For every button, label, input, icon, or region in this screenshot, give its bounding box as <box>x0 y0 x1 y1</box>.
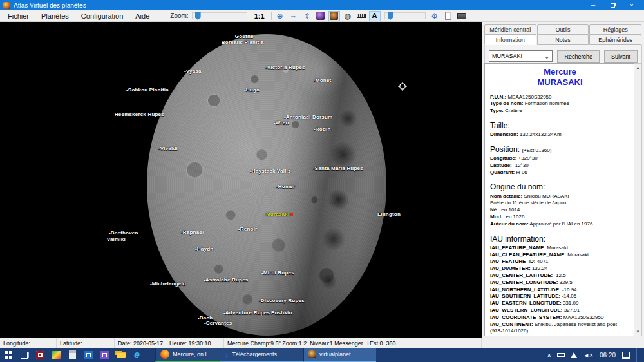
map-label[interactable]: -Victoria Rupes <box>265 64 305 70</box>
menu-item[interactable]: Planètes <box>36 12 74 20</box>
tab-outils[interactable]: Outils <box>537 24 589 35</box>
tab-reglages[interactable]: Réglages <box>589 24 641 35</box>
calculator-icon[interactable] <box>64 348 80 362</box>
planet-map[interactable]: -Goethe -Borealis Planitia -Victoria Rup… <box>0 22 482 338</box>
section-heading: Origine du nom: <box>490 182 630 192</box>
tab-information[interactable]: Information <box>484 35 536 45</box>
minimize-button[interactable]: ─ <box>583 0 603 10</box>
menu-item[interactable]: Configuration <box>76 12 128 20</box>
taskbar-app-buttons: Mercure, on lâche pa... ↓ Téléchargement… <box>155 348 376 362</box>
map-label[interactable]: -Renoir <box>238 226 257 232</box>
map-label[interactable]: -Beethoven <box>109 230 138 236</box>
capture-image-icon[interactable] <box>456 11 468 21</box>
zoom-slider-thumb[interactable] <box>195 12 201 20</box>
menu-item[interactable]: Aide <box>130 12 155 20</box>
info-line: IAU_COORDINATE_SYSTEM: MAA1250S32950 <box>490 314 630 321</box>
map-label[interactable]: -Borealis Planitia <box>220 39 264 45</box>
zoom-slider[interactable] <box>192 12 247 19</box>
map-label[interactable]: -Discovery Rupes <box>259 298 305 303</box>
info-line: IAU_EASTERN_LONGITUDE: 331.09 <box>490 300 630 307</box>
planet-mercury[interactable] <box>147 34 386 336</box>
flip-vertical-icon[interactable]: ⇕ <box>301 11 313 21</box>
info-scrollbar[interactable]: ▴ ▾ <box>634 63 642 336</box>
tab-ephemerides[interactable]: Ephémérides <box>589 35 641 45</box>
battery-icon[interactable] <box>557 353 565 357</box>
tray-icons: ∧ ◄× <box>547 352 593 359</box>
settings-gear-icon[interactable]: ⚙ <box>429 11 440 21</box>
map-label[interactable]: -Adventure Rupes <box>223 310 270 316</box>
planet-photo-icon[interactable] <box>328 11 340 21</box>
map-label[interactable]: -Wren <box>274 120 289 126</box>
taskbar-app-label: Mercure, on lâche pa... <box>173 351 215 357</box>
map-label[interactable]: -Valmiki <box>105 236 126 242</box>
clock[interactable]: 06:20 <box>600 352 616 359</box>
globe-grid-icon[interactable]: ◍ <box>342 11 354 21</box>
map-label[interactable]: -Hugo <box>244 87 260 93</box>
tray-chevron-icon[interactable]: ∧ <box>547 352 551 359</box>
info-line: IAU_CLEAN_FEATURE_NAME: Murasaki <box>490 252 630 259</box>
map-label[interactable]: -Heemskerck Rupes <box>113 111 164 117</box>
labels-toggle-button[interactable]: A <box>369 11 381 21</box>
taskbar-app-downloads[interactable]: ↓ Téléchargements <box>220 348 303 362</box>
scroll-up-icon[interactable]: ▴ <box>637 65 639 70</box>
map-label[interactable]: Pushkin <box>271 310 292 316</box>
tab-notes[interactable]: Notes <box>537 35 589 45</box>
map-label[interactable]: Murasaki <box>266 211 293 217</box>
info-line: IAU_ETHNICITY: Asia <box>490 335 630 336</box>
map-label[interactable]: -Michelangelo <box>150 281 186 287</box>
info-section: Taille: Dimension: 132.24x132.24Km <box>490 120 630 138</box>
start-button[interactable] <box>0 348 16 362</box>
show-desktop-button[interactable] <box>636 348 639 362</box>
menu-item[interactable]: Fichier <box>3 12 34 20</box>
label-density-slider[interactable] <box>384 12 426 19</box>
info-line: IAU_WESTERN_LONGITUDE: 327.91 <box>490 307 630 314</box>
selected-feature-marker <box>290 213 293 216</box>
info-line: Quadrant: H-06 <box>490 169 630 176</box>
map-label[interactable]: -Astrolabe Rupes <box>204 277 248 283</box>
map-label[interactable]: -Monet <box>314 77 331 83</box>
map-label[interactable]: -Sobkou Planitia <box>126 87 169 93</box>
taskbar-app-icon: ↓ <box>225 350 229 359</box>
info-line: Type de nom: Formation nommée <box>490 100 630 108</box>
next-button[interactable]: Suivant <box>604 50 638 63</box>
map-label[interactable]: -Vyasa <box>184 68 202 74</box>
tab-meridien-central[interactable]: Méridien central <box>484 24 536 35</box>
map-label[interactable]: -Rodin <box>314 126 331 132</box>
action-center-icon[interactable] <box>622 352 630 359</box>
map-label[interactable]: -Mirni Rupes <box>261 270 294 276</box>
map-label[interactable]: -Haystack Vallis <box>250 168 291 174</box>
info-line: IAU_CONTINENT: Shikibu. Japanese novelis… <box>490 321 630 336</box>
file-explorer-icon[interactable] <box>113 348 129 362</box>
search-button[interactable]: Recherche <box>557 50 600 63</box>
wifi-icon[interactable] <box>571 352 577 358</box>
taskbar-app-firefox[interactable]: Mercure, on lâche pa... <box>155 348 220 362</box>
close-button[interactable]: × <box>622 0 641 10</box>
map-label[interactable]: -Goethe <box>233 33 254 39</box>
task-view-icon[interactable] <box>16 348 32 362</box>
photo-viewer-icon[interactable] <box>97 348 113 362</box>
map-label[interactable]: -Homer <box>276 184 295 189</box>
ruler-icon[interactable] <box>355 11 367 21</box>
map-label[interactable]: Ellington <box>377 211 401 217</box>
new-document-icon[interactable] <box>442 11 454 21</box>
taskbar-app-virtualplanet[interactable]: virtualplanet <box>303 348 376 362</box>
map-label[interactable]: -Vivaldi <box>158 146 178 151</box>
map-label[interactable]: -Santa Maria Rupes <box>313 166 363 171</box>
feature-search-combobox[interactable]: MURASAKI ⌄ <box>489 50 553 62</box>
restore-button[interactable] <box>603 0 622 10</box>
flip-horizontal-icon[interactable]: ⇔ <box>288 11 299 21</box>
map-label[interactable]: -Raphael <box>181 229 204 235</box>
store-app-icon[interactable] <box>80 348 97 362</box>
planet-texture-icon[interactable] <box>315 11 327 21</box>
chevron-down-icon[interactable]: ⌄ <box>544 53 549 60</box>
recenter-globe-icon[interactable]: ⊕ <box>274 11 286 21</box>
photos-app-icon[interactable] <box>48 348 64 362</box>
map-label[interactable]: -Cervantes <box>204 320 232 326</box>
edge-icon[interactable]: e <box>129 348 145 362</box>
acrobat-icon[interactable] <box>32 348 48 362</box>
map-label[interactable]: -Haydn <box>195 246 213 252</box>
scroll-down-icon[interactable]: ▾ <box>637 329 639 334</box>
label-density-thumb[interactable] <box>388 12 393 20</box>
volume-muted-icon[interactable]: ◄× <box>583 352 593 359</box>
map-label[interactable]: -Antoniadi Dorsum <box>284 114 332 120</box>
